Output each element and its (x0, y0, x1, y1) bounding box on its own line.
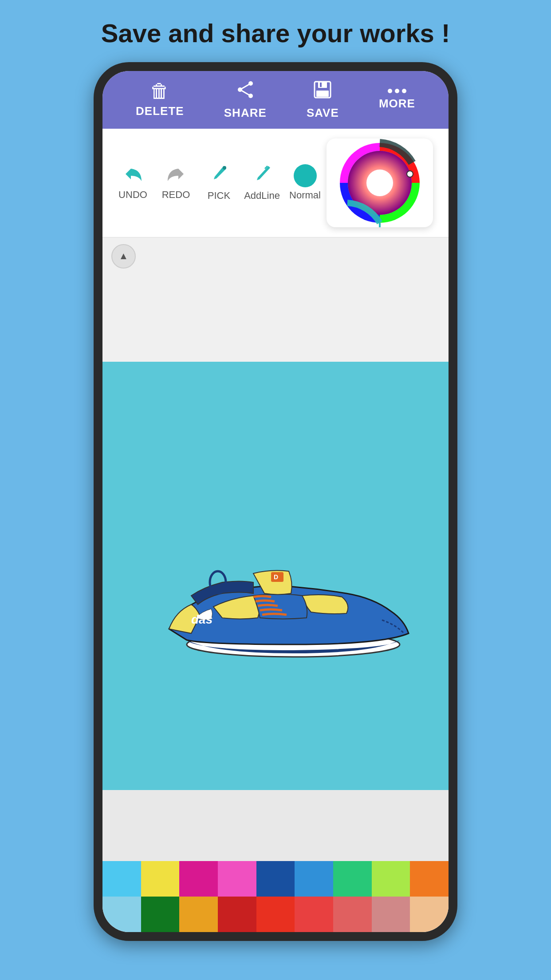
color-swatch[interactable] (333, 897, 372, 932)
share-button[interactable]: SHARE (224, 80, 267, 120)
more-label: MORE (379, 97, 415, 111)
svg-point-9 (223, 166, 226, 170)
undo-button[interactable]: UNDO (111, 165, 154, 201)
color-wheel-svg (335, 138, 424, 227)
color-swatch[interactable] (372, 861, 410, 897)
save-label: SAVE (307, 106, 339, 120)
color-swatch[interactable] (333, 861, 372, 897)
color-circle (294, 164, 317, 187)
redo-label: REDO (162, 189, 190, 201)
svg-line-3 (240, 83, 251, 90)
color-swatch[interactable] (102, 897, 141, 932)
headline: Save and share your works ! (75, 0, 477, 62)
phone-device: 🗑 DELETE SHARE (94, 62, 457, 941)
color-swatch[interactable] (295, 897, 333, 932)
delete-button[interactable]: 🗑 DELETE (136, 81, 184, 118)
svg-rect-8 (320, 83, 322, 87)
scroll-up-button[interactable]: ▲ (111, 244, 136, 269)
color-swatch[interactable] (295, 861, 333, 897)
addline-label: AddLine (244, 190, 280, 202)
more-button[interactable]: MORE (379, 89, 415, 111)
main-toolbar: 🗑 DELETE SHARE (102, 71, 449, 129)
addline-icon (253, 164, 271, 188)
svg-text:D: D (274, 573, 278, 581)
share-icon (236, 80, 255, 103)
color-swatch[interactable] (410, 861, 449, 897)
redo-icon (166, 165, 186, 187)
svg-text:das: das (191, 612, 213, 626)
color-row-2 (102, 897, 449, 932)
svg-point-14 (407, 171, 413, 177)
color-swatch[interactable] (218, 861, 256, 897)
color-swatch[interactable] (218, 897, 256, 932)
color-swatch[interactable] (372, 897, 410, 932)
undo-icon (123, 165, 143, 187)
normal-label: Normal (289, 190, 321, 201)
save-button[interactable]: SAVE (307, 80, 339, 120)
color-swatch[interactable] (256, 897, 295, 932)
more-icon (388, 89, 406, 93)
delete-label: DELETE (136, 104, 184, 118)
color-swatch[interactable] (141, 861, 180, 897)
addline-button[interactable]: AddLine (240, 164, 283, 202)
svg-rect-7 (316, 91, 329, 97)
picker-left: ▲ (102, 237, 449, 362)
save-icon (313, 80, 332, 103)
color-swatch[interactable] (102, 861, 141, 897)
pick-button[interactable]: PICK (197, 164, 240, 202)
color-swatch[interactable] (141, 897, 180, 932)
color-swatch[interactable] (410, 897, 449, 932)
svg-rect-6 (318, 82, 327, 88)
pick-icon (210, 164, 228, 188)
phone-screen: 🗑 DELETE SHARE (102, 71, 449, 932)
color-swatch[interactable] (256, 861, 295, 897)
shoe-illustration: das D (125, 487, 426, 664)
pick-label: PICK (208, 190, 230, 202)
drawing-canvas[interactable]: das D (102, 362, 449, 790)
undo-label: UNDO (118, 189, 147, 201)
delete-icon: 🗑 (150, 81, 169, 101)
color-wheel-panel[interactable] (327, 138, 433, 227)
bottom-area (102, 790, 449, 861)
share-label: SHARE (224, 106, 267, 120)
picker-area: ▲ (102, 237, 449, 362)
normal-button[interactable]: Normal (283, 164, 327, 201)
svg-point-13 (366, 170, 393, 196)
color-swatch[interactable] (179, 897, 218, 932)
secondary-toolbar: UNDO REDO PICK (102, 129, 449, 237)
color-palette (102, 861, 449, 932)
color-swatch[interactable] (179, 861, 218, 897)
svg-line-4 (240, 90, 251, 96)
color-row-1 (102, 861, 449, 897)
redo-button[interactable]: REDO (154, 165, 197, 201)
